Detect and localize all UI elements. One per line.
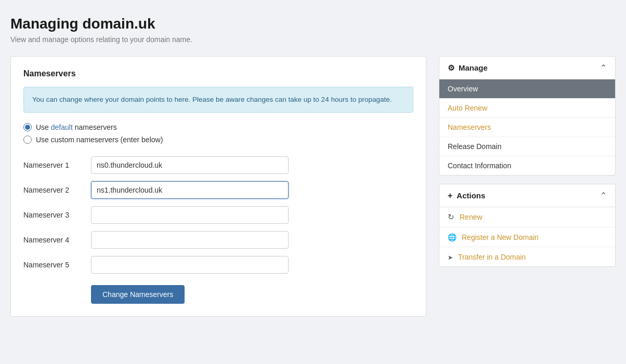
manage-card-title: Manage [459,63,488,72]
transfer-arrow-icon [448,252,453,261]
nameserver-row-5: Nameserver 5 [23,256,413,274]
radio-default-input[interactable] [23,123,32,131]
main-panel: Nameservers You can change where your do… [10,56,426,317]
actions-card: Actions ⌃ Renew Register a New Domain [439,184,616,267]
manage-card: Manage ⌃ Overview Auto Renew Nameservers… [439,56,616,176]
radio-custom-input[interactable] [23,136,32,144]
sidebar-item-nameservers[interactable]: Nameservers [439,118,615,137]
nameserver-row-1: Nameserver 1 [23,156,413,174]
change-nameservers-button[interactable]: Change Nameservers [91,285,185,304]
chevron-up-icon: ⌃ [600,63,607,73]
page-title: Managing domain.uk [10,16,616,32]
nameserver-label-3: Nameserver 3 [23,211,91,219]
globe-icon [448,233,457,241]
renew-icon [448,212,454,222]
nameserver-input-4[interactable] [91,231,289,249]
nameserver-label-2: Nameserver 2 [23,186,91,194]
nameserver-label-1: Nameserver 1 [23,161,91,169]
actions-card-title-group: Actions [448,191,485,200]
nameserver-input-3[interactable] [91,206,289,224]
nameserver-row-2: Nameserver 2 [23,181,413,199]
radio-group: Use default nameservers Use custom names… [23,123,413,144]
sidebar: Manage ⌃ Overview Auto Renew Nameservers… [439,56,616,267]
sidebar-item-overview[interactable]: Overview [439,79,615,99]
actions-chevron-up-icon: ⌃ [600,191,607,200]
sidebar-item-contact-information[interactable]: Contact Information [439,156,615,175]
nameserver-row-4: Nameserver 4 [23,231,413,249]
page-subtitle: View and manage options relating to your… [10,35,616,44]
plus-icon [448,191,452,200]
nameserver-input-2[interactable] [91,181,289,199]
action-renew-label: Renew [460,213,482,221]
action-renew[interactable]: Renew [439,207,615,227]
nameserver-input-1[interactable] [91,156,289,174]
info-box: You can change where your domain points … [23,87,413,113]
nameserver-fields: Nameserver 1 Nameserver 2 Nameserver 3 N… [23,156,413,274]
gear-icon [448,63,454,73]
nameserver-input-5[interactable] [91,256,289,274]
manage-card-header: Manage ⌃ [439,57,615,79]
actions-menu: Renew Register a New Domain Transfer in … [439,207,615,266]
radio-custom-option[interactable]: Use custom nameservers (enter below) [23,136,413,144]
action-register-domain[interactable]: Register a New Domain [439,227,615,247]
radio-default-label: Use default nameservers [36,123,117,131]
nameserver-label-4: Nameserver 4 [23,236,91,244]
actions-card-header: Actions ⌃ [439,184,615,207]
panel-title: Nameservers [23,69,413,78]
action-transfer-domain[interactable]: Transfer in a Domain [439,247,615,266]
radio-custom-label: Use custom nameservers (enter below) [36,136,163,144]
nameserver-label-5: Nameserver 5 [23,261,91,269]
nameserver-row-3: Nameserver 3 [23,206,413,224]
action-transfer-label: Transfer in a Domain [458,253,526,261]
action-register-label: Register a New Domain [462,233,539,241]
manage-menu: Overview Auto Renew Nameservers Release … [439,79,615,175]
radio-default-option[interactable]: Use default nameservers [23,123,413,131]
actions-card-title: Actions [457,191,485,200]
sidebar-item-release-domain[interactable]: Release Domain [439,137,615,156]
manage-card-title-group: Manage [448,63,488,73]
sidebar-item-autorenew[interactable]: Auto Renew [439,99,615,118]
